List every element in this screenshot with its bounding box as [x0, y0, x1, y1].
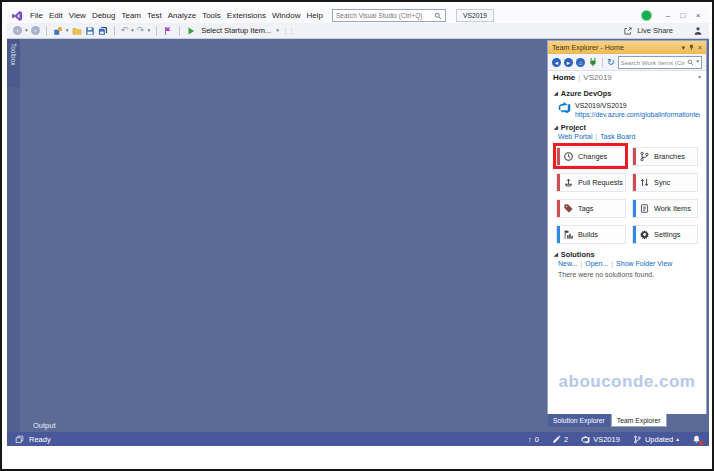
tile-pull-requests[interactable]: Pull Requests — [556, 173, 626, 192]
menu-analyze[interactable]: Analyze — [165, 11, 199, 20]
solution-badge[interactable]: VS2019 — [456, 9, 494, 22]
collapse-triangle-icon: ◢ — [554, 125, 558, 130]
team-explorer-header[interactable]: Team Explorer - Home ▾ × — [548, 41, 706, 54]
pin-icon[interactable] — [688, 44, 695, 51]
te-page-context: VS2019 — [583, 73, 611, 82]
branch-sync-indicator[interactable]: Updated ▴ — [633, 435, 679, 444]
navigate-back-dropdown-icon[interactable]: ▾ — [25, 28, 28, 34]
section-project[interactable]: ◢ Project — [554, 123, 700, 132]
tab-team-explorer[interactable]: Team Explorer — [611, 414, 667, 427]
tag-icon — [563, 203, 574, 214]
close-panel-icon[interactable]: × — [698, 44, 702, 51]
show-folder-view-link[interactable]: Show Folder View — [616, 260, 672, 267]
toolbox-tab[interactable]: Toolbox — [7, 39, 20, 87]
tile-accent-bar — [633, 148, 636, 165]
section-azure-devops[interactable]: ◢ Azure DevOps — [554, 89, 700, 98]
visual-studio-logo-icon — [11, 10, 23, 22]
search-work-items-input[interactable]: Search Work Items (Ctrl+') ▾ — [618, 56, 702, 69]
search-scope-dropdown-icon[interactable]: ▾ — [696, 59, 699, 65]
devops-url-link[interactable]: https://dev.azure.com/globalinformationt… — [575, 110, 700, 119]
azure-devops-logo-icon — [558, 101, 571, 114]
close-button[interactable]: × — [691, 8, 705, 23]
menu-debug[interactable]: Debug — [89, 11, 119, 20]
title-bar: FileEditViewDebugTeamTestAnalyzeToolsExt… — [7, 8, 709, 23]
open-solution-link[interactable]: Open... — [585, 260, 608, 267]
menu-view[interactable]: View — [66, 11, 89, 20]
menu-tools[interactable]: Tools — [199, 11, 224, 20]
toolbox-strip: Toolbox — [7, 39, 20, 432]
new-item-dropdown-icon[interactable]: ▾ — [66, 28, 69, 34]
tile-settings[interactable]: Settings — [632, 225, 698, 244]
navigate-back-icon[interactable]: ‹ — [13, 26, 22, 35]
minimize-button[interactable]: – — [661, 8, 675, 23]
no-solutions-message: There were no solutions found. — [558, 271, 700, 278]
menu-window[interactable]: Window — [269, 11, 303, 20]
devops-account[interactable]: VS2019/VS2019 — [575, 101, 700, 110]
refresh-icon[interactable]: ↻ — [607, 58, 615, 67]
outgoing-commits-indicator[interactable]: ↑ 0 — [528, 435, 539, 444]
search-visual-studio-input[interactable]: Search Visual Studio (Ctrl+Q) — [332, 9, 446, 22]
tile-sync[interactable]: Sync — [632, 173, 698, 192]
redo-icon[interactable]: ↷ — [137, 26, 145, 35]
tile-builds[interactable]: Builds — [556, 225, 626, 244]
tile-branches[interactable]: Branches — [632, 147, 698, 166]
tile-accent-bar — [557, 200, 560, 217]
tile-label: Pull Requests — [578, 178, 623, 187]
uncommitted-changes-indicator[interactable]: 2 — [552, 435, 568, 444]
startup-item-dropdown-icon[interactable]: ▾ — [276, 28, 279, 34]
standard-toolbar: ‹ ▾ › ▾ ↶ ▾ ↷ ▾ Select Startup Item... ▾… — [7, 23, 709, 39]
web-portal-link[interactable]: Web Portal — [558, 133, 593, 140]
add-to-source-control-icon[interactable] — [53, 26, 63, 36]
toolbox-label: Toolbox — [7, 39, 17, 65]
account-avatar[interactable] — [641, 10, 652, 21]
output-tab[interactable]: Output — [27, 420, 62, 432]
menu-edit[interactable]: Edit — [46, 11, 66, 20]
tile-changes[interactable]: Changes — [556, 147, 626, 166]
open-folder-icon[interactable] — [72, 26, 82, 36]
task-board-link[interactable]: Task Board — [600, 133, 635, 140]
notification-badge — [699, 441, 703, 445]
builds-icon — [563, 229, 574, 240]
tool-window-tabs: Solution Explorer Team Explorer — [547, 414, 707, 427]
history-icon — [563, 151, 574, 162]
tile-accent-bar — [633, 200, 636, 217]
window-position-dropdown-icon[interactable]: ▾ — [681, 44, 685, 51]
notifications-indicator[interactable] — [692, 435, 701, 444]
te-home-icon[interactable]: ⌂ — [576, 58, 585, 67]
feedback-person-icon[interactable] — [693, 26, 703, 36]
menu-team[interactable]: Team — [118, 11, 144, 20]
live-share-label[interactable]: Live Share — [637, 26, 673, 35]
repository-indicator[interactable]: VS2019 — [581, 435, 620, 444]
section-solutions[interactable]: ◢ Solutions — [554, 250, 700, 259]
save-icon[interactable] — [85, 26, 95, 36]
new-solution-link[interactable]: New... — [558, 260, 577, 267]
undo-dropdown-icon[interactable]: ▾ — [131, 28, 134, 34]
tile-work-items[interactable]: Work Items — [632, 199, 698, 218]
team-explorer-panel: Team Explorer - Home ▾ × ◂ ▸ ⌂ ↻ Search — [547, 40, 707, 427]
te-forward-icon[interactable]: ▸ — [564, 58, 573, 67]
connect-plug-icon[interactable] — [588, 57, 598, 67]
tile-accent-bar — [633, 174, 636, 191]
navigate-forward-icon[interactable]: › — [31, 26, 40, 35]
screenshot-frame: FileEditViewDebugTeamTestAnalyzeToolsExt… — [0, 0, 714, 471]
toolbar-overflow-icon[interactable]: ⋮⋮ — [282, 27, 294, 35]
menu-file[interactable]: File — [27, 11, 46, 20]
te-back-icon[interactable]: ◂ — [552, 58, 561, 67]
undo-icon[interactable]: ↶ — [121, 26, 129, 35]
te-page-dropdown-icon[interactable]: ▾ — [698, 75, 701, 81]
tile-accent-bar — [557, 174, 560, 191]
tile-tags[interactable]: Tags — [556, 199, 626, 218]
startup-item-selector[interactable]: Select Startup Item... — [201, 26, 271, 35]
search-placeholder: Search Visual Studio (Ctrl+Q) — [336, 12, 423, 19]
flag-icon[interactable] — [163, 26, 173, 36]
menu-test[interactable]: Test — [144, 11, 165, 20]
maximize-button[interactable]: □ — [676, 8, 690, 23]
menu-extensions[interactable]: Extensions — [224, 11, 269, 20]
tab-solution-explorer[interactable]: Solution Explorer — [548, 414, 610, 427]
sync-icon — [639, 177, 650, 188]
menu-help[interactable]: Help — [303, 11, 325, 20]
live-share-icon[interactable] — [623, 26, 633, 36]
run-icon[interactable] — [186, 26, 196, 36]
redo-dropdown-icon[interactable]: ▾ — [147, 28, 150, 34]
save-all-icon[interactable] — [98, 26, 108, 36]
